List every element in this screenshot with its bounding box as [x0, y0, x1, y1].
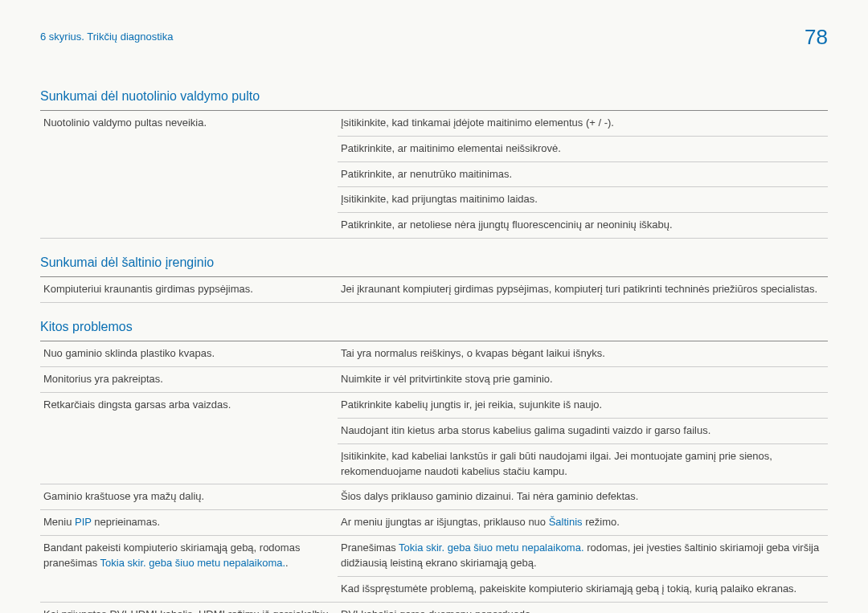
solution-cell: Šios dalys priklauso gaminio dizainui. T… — [338, 484, 828, 510]
table-row: Retkarčiais dingsta garsas arba vaizdas.… — [40, 393, 828, 419]
solution-cell: Tai yra normalus reiškinys, o kvapas bėg… — [338, 341, 828, 367]
solution-cell: Patikrinkite, ar nenutrūko maitinimas. — [338, 161, 828, 187]
table-row: Bandant pakeisti kompiuterio skiriamąją … — [40, 536, 828, 577]
solution-cell: Jei įkraunant kompiuterį girdimas pypsėj… — [338, 277, 828, 303]
text-part: Pranešimas — [341, 541, 399, 554]
symptom-cell: Nuotolinio valdymo pultas neveikia. — [40, 110, 338, 238]
text-part: Meniu — [43, 516, 75, 528]
solution-cell: Kad išspręstumėte problemą, pakeiskite k… — [338, 576, 828, 602]
page-number: 78 — [805, 22, 828, 53]
symptom-cell: Kompiuteriui kraunantis girdimas pypsėji… — [40, 277, 338, 303]
page-header: 6 skyrius. Trikčių diagnostika 78 — [40, 22, 828, 53]
solution-cell: Ar meniu įjungtas ar išjungtas, priklaus… — [338, 510, 828, 536]
section-title-remote: Sunkumai dėl nuotolinio valdymo pulto — [40, 87, 828, 105]
solution-cell: Įsitikinkite, kad tinkamai įdėjote maiti… — [338, 110, 828, 136]
text-part: režimo. — [583, 516, 620, 528]
solution-cell: Nuimkite ir vėl pritvirtinkite stovą pri… — [338, 367, 828, 393]
accent-text: Tokia skir. geba šiuo metu nepalaikoma. — [100, 557, 286, 569]
symptom-cell: Kai prijungtas DVI-HDMI kabelis, HDMI re… — [40, 602, 338, 613]
text-part: . — [285, 557, 289, 569]
solution-cell: DVI kabeliai garso duomenų neperduoda. — [338, 602, 828, 613]
symptom-cell: Retkarčiais dingsta garsas arba vaizdas. — [40, 393, 338, 484]
section-title-other: Kitos problemos — [40, 317, 828, 336]
chapter-title: 6 skyrius. Trikčių diagnostika — [40, 30, 173, 45]
text-part: neprieinamas. — [92, 516, 160, 528]
symptom-cell: Bandant pakeisti kompiuterio skiriamąją … — [40, 536, 338, 603]
solution-cell: Naudojant itin kietus arba storus kabeli… — [338, 418, 828, 443]
solution-cell: Patikrinkite kabelių jungtis ir, jei rei… — [338, 393, 828, 419]
accent-text: PIP — [75, 516, 92, 528]
document-page: 6 skyrius. Trikčių diagnostika 78 Sunkum… — [0, 0, 868, 613]
symptom-cell: Monitorius yra pakreiptas. — [40, 367, 338, 393]
accent-text: Tokia skir. geba šiuo metu nepalaikoma. — [399, 541, 584, 554]
solution-cell: Pranešimas Tokia skir. geba šiuo metu ne… — [338, 536, 828, 577]
solution-cell: Įsitikinkite, kad kabeliai lankstūs ir g… — [338, 443, 828, 484]
text-part: Ar meniu įjungtas ar išjungtas, priklaus… — [341, 516, 549, 528]
symptom-cell: Gaminio kraštuose yra mažų dalių. — [40, 484, 338, 510]
solution-cell: Patikrinkite, ar maitinimo elementai nei… — [338, 136, 828, 161]
table-row: Nuotolinio valdymo pultas neveikia. Įsit… — [40, 110, 828, 136]
table-row: Gaminio kraštuose yra mažų dalių. Šios d… — [40, 484, 828, 510]
table-other: Nuo gaminio sklinda plastiko kvapas. Tai… — [40, 341, 828, 613]
symptom-cell: Nuo gaminio sklinda plastiko kvapas. — [40, 341, 338, 367]
table-remote: Nuotolinio valdymo pultas neveikia. Įsit… — [40, 110, 828, 239]
symptom-cell: Meniu PIP neprieinamas. — [40, 510, 338, 536]
section-title-source: Sunkumai dėl šaltinio įrenginio — [40, 253, 828, 272]
table-source: Kompiuteriui kraunantis girdimas pypsėji… — [40, 276, 828, 303]
solution-cell: Įsitikinkite, kad prijungtas maitinimo l… — [338, 187, 828, 213]
table-row: Nuo gaminio sklinda plastiko kvapas. Tai… — [40, 341, 828, 367]
solution-cell: Patikrinkite, ar netoliese nėra įjungtų … — [338, 213, 828, 239]
accent-text: Šaltinis — [549, 516, 583, 528]
table-row: Kai prijungtas DVI-HDMI kabelis, HDMI re… — [40, 602, 828, 613]
table-row: Monitorius yra pakreiptas. Nuimkite ir v… — [40, 367, 828, 393]
table-row: Meniu PIP neprieinamas. Ar meniu įjungta… — [40, 510, 828, 536]
table-row: Kompiuteriui kraunantis girdimas pypsėji… — [40, 277, 828, 303]
